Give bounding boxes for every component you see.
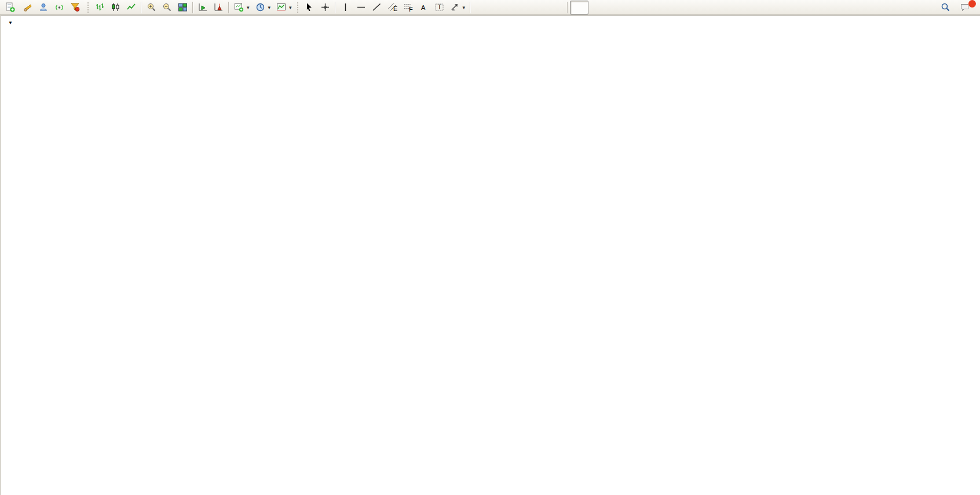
toolbar-separator xyxy=(141,2,142,13)
candlestick-chart-button[interactable] xyxy=(108,1,123,14)
equidistant-channel-icon: E xyxy=(387,2,397,12)
tile-windows-button[interactable] xyxy=(175,1,191,14)
toolbar-separator xyxy=(470,2,471,13)
crosshair-icon xyxy=(320,2,330,12)
cursor-icon xyxy=(305,2,315,12)
fibonacci-button[interactable]: F xyxy=(400,1,416,14)
text-icon: A xyxy=(419,2,429,12)
chart-shift-icon xyxy=(214,2,224,12)
tile-windows-icon xyxy=(178,2,188,12)
svg-text:F: F xyxy=(409,6,413,13)
bar-chart-icon xyxy=(95,2,105,12)
chart-canvas[interactable] xyxy=(1,16,980,495)
zoom-in-button[interactable] xyxy=(144,1,159,14)
arrow-tools-icon xyxy=(450,2,460,12)
new-chart-button[interactable]: ▾ xyxy=(231,1,253,14)
timeframe-h1-button[interactable] xyxy=(547,1,565,14)
bar-chart-button[interactable] xyxy=(92,1,108,14)
text-button[interactable]: A xyxy=(416,1,432,14)
toolbar-separator xyxy=(567,2,568,13)
new-chart-icon xyxy=(234,2,244,12)
svg-text:E: E xyxy=(393,5,397,12)
signal-button[interactable] xyxy=(52,1,67,14)
timeframe-d1-button[interactable] xyxy=(588,1,607,14)
timeframe-h4-button[interactable] xyxy=(570,1,588,14)
fibonacci-icon: F xyxy=(403,2,413,12)
vertical-line-button[interactable] xyxy=(338,1,353,14)
auto-scroll-button[interactable] xyxy=(195,1,211,14)
zoom-out-icon xyxy=(162,2,172,12)
periods-icon xyxy=(255,2,265,12)
chart-window: ▼ xyxy=(0,15,980,495)
timeframe-w1-button[interactable] xyxy=(607,1,626,14)
chevron-down-icon: ▾ xyxy=(268,5,271,10)
equidistant-channel-button[interactable]: E xyxy=(385,1,400,14)
sound-button[interactable] xyxy=(20,1,36,14)
timeframe-mn-button[interactable] xyxy=(626,1,644,14)
notification-badge xyxy=(968,0,976,8)
autotrade-icon xyxy=(70,2,80,12)
line-chart-icon xyxy=(126,2,136,12)
templates-button[interactable]: ▾ xyxy=(273,1,295,14)
chevron-down-icon: ▾ xyxy=(289,5,292,10)
text-label-button[interactable]: T xyxy=(432,1,447,14)
signal-icon xyxy=(54,2,64,12)
periods-button[interactable]: ▾ xyxy=(253,1,274,14)
new-order-button[interactable] xyxy=(2,1,20,14)
cursor-button[interactable] xyxy=(302,1,317,14)
line-chart-button[interactable] xyxy=(123,1,139,14)
text-label-icon: T xyxy=(434,2,444,12)
timeframe-m15-button[interactable] xyxy=(510,1,528,14)
zoom-out-button[interactable] xyxy=(159,1,175,14)
toolbar-grip xyxy=(297,2,299,13)
chart-shift-button[interactable] xyxy=(211,1,226,14)
auto-scroll-icon xyxy=(198,2,208,12)
search-button[interactable] xyxy=(938,1,953,14)
toolbar-separator xyxy=(228,2,229,13)
chart-title: ▼ xyxy=(8,19,22,27)
zoom-in-icon xyxy=(147,2,156,12)
toolbar-separator xyxy=(335,2,336,13)
chevron-down-icon: ▾ xyxy=(247,5,250,10)
svg-text:A: A xyxy=(421,4,426,11)
profile-icon xyxy=(39,2,49,12)
timeframe-m30-button[interactable] xyxy=(528,1,547,14)
candlestick-chart-icon xyxy=(111,2,120,12)
sound-icon xyxy=(23,2,33,12)
templates-icon xyxy=(276,2,286,12)
crosshair-button[interactable] xyxy=(317,1,333,14)
search-icon xyxy=(941,2,950,12)
toolbar-separator xyxy=(192,2,193,13)
horizontal-line-icon xyxy=(356,2,366,12)
trendline-button[interactable] xyxy=(369,1,385,14)
timeframe-m5-button[interactable] xyxy=(491,1,510,14)
autotrade-button[interactable] xyxy=(67,1,85,14)
notifications-button[interactable] xyxy=(957,1,974,14)
horizontal-line-button[interactable] xyxy=(353,1,369,14)
vertical-line-icon xyxy=(341,2,350,12)
trendline-icon xyxy=(372,2,382,12)
chevron-down-icon: ▾ xyxy=(463,5,466,10)
chevron-down-icon[interactable]: ▼ xyxy=(8,20,13,25)
profile-button[interactable] xyxy=(36,1,52,14)
toolbar-grip xyxy=(87,2,90,13)
timeframe-m1-button[interactable] xyxy=(473,1,491,14)
new-order-icon xyxy=(5,2,15,12)
arrow-tools-button[interactable]: ▾ xyxy=(447,1,469,14)
toolbar: ▾ ▾ ▾ E F xyxy=(0,0,980,15)
svg-text:T: T xyxy=(437,3,441,10)
mt4-application: ▾ ▾ ▾ E F xyxy=(0,0,980,495)
